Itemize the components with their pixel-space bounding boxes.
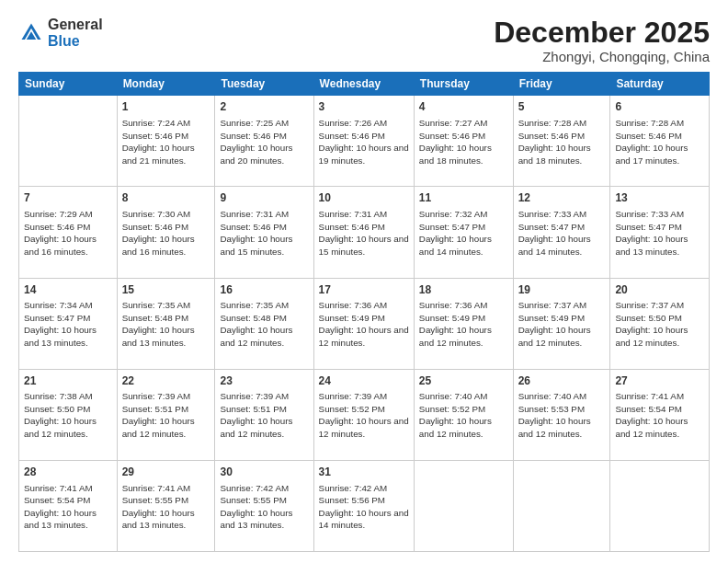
day-number: 25	[419, 373, 508, 389]
logo-icon	[18, 20, 44, 46]
table-row: 29Sunrise: 7:41 AM Sunset: 5:55 PM Dayli…	[117, 460, 215, 551]
cell-info: Sunrise: 7:31 AM Sunset: 5:46 PM Dayligh…	[220, 208, 308, 258]
cell-info: Sunrise: 7:35 AM Sunset: 5:48 PM Dayligh…	[220, 299, 308, 349]
col-saturday: Saturday	[610, 73, 710, 96]
table-row: 28Sunrise: 7:41 AM Sunset: 5:54 PM Dayli…	[19, 460, 118, 551]
cell-info: Sunrise: 7:30 AM Sunset: 5:46 PM Dayligh…	[122, 208, 210, 258]
table-row: 8Sunrise: 7:30 AM Sunset: 5:46 PM Daylig…	[117, 187, 215, 278]
day-number: 17	[319, 282, 409, 298]
table-row: 5Sunrise: 7:28 AM Sunset: 5:46 PM Daylig…	[513, 96, 610, 187]
cell-info: Sunrise: 7:33 AM Sunset: 5:47 PM Dayligh…	[518, 208, 606, 258]
cell-info: Sunrise: 7:41 AM Sunset: 5:54 PM Dayligh…	[615, 390, 704, 440]
table-row: 17Sunrise: 7:36 AM Sunset: 5:49 PM Dayli…	[313, 278, 414, 369]
day-number: 12	[518, 190, 606, 206]
header: General Blue December 2025 Zhongyi, Chon…	[18, 17, 710, 64]
calendar-week-row: 1Sunrise: 7:24 AM Sunset: 5:46 PM Daylig…	[19, 96, 710, 187]
cell-info: Sunrise: 7:25 AM Sunset: 5:46 PM Dayligh…	[220, 117, 308, 167]
day-number: 19	[518, 282, 606, 298]
cell-info: Sunrise: 7:35 AM Sunset: 5:48 PM Dayligh…	[122, 299, 210, 349]
day-number: 4	[419, 99, 508, 115]
cell-info: Sunrise: 7:38 AM Sunset: 5:50 PM Dayligh…	[24, 390, 112, 440]
table-row: 15Sunrise: 7:35 AM Sunset: 5:48 PM Dayli…	[117, 278, 215, 369]
day-number: 10	[319, 190, 409, 206]
day-number: 21	[24, 373, 112, 389]
table-row	[414, 460, 513, 551]
day-number: 28	[24, 465, 112, 480]
table-row: 30Sunrise: 7:42 AM Sunset: 5:55 PM Dayli…	[215, 460, 313, 551]
cell-info: Sunrise: 7:40 AM Sunset: 5:52 PM Dayligh…	[419, 390, 508, 440]
col-monday: Monday	[117, 73, 215, 96]
table-row: 21Sunrise: 7:38 AM Sunset: 5:50 PM Dayli…	[19, 369, 118, 460]
calendar-header-row: Sunday Monday Tuesday Wednesday Thursday…	[19, 73, 710, 96]
table-row: 19Sunrise: 7:37 AM Sunset: 5:49 PM Dayli…	[513, 278, 610, 369]
cell-info: Sunrise: 7:39 AM Sunset: 5:51 PM Dayligh…	[122, 390, 210, 440]
cell-info: Sunrise: 7:42 AM Sunset: 5:55 PM Dayligh…	[220, 482, 308, 532]
cell-info: Sunrise: 7:39 AM Sunset: 5:52 PM Dayligh…	[319, 390, 409, 440]
day-number: 14	[24, 282, 112, 298]
table-row: 26Sunrise: 7:40 AM Sunset: 5:53 PM Dayli…	[513, 369, 610, 460]
cell-info: Sunrise: 7:40 AM Sunset: 5:53 PM Dayligh…	[518, 390, 606, 440]
day-number: 16	[220, 282, 308, 298]
cell-info: Sunrise: 7:28 AM Sunset: 5:46 PM Dayligh…	[615, 117, 704, 167]
table-row: 10Sunrise: 7:31 AM Sunset: 5:46 PM Dayli…	[313, 187, 414, 278]
logo: General Blue	[18, 17, 103, 49]
cell-info: Sunrise: 7:37 AM Sunset: 5:50 PM Dayligh…	[615, 299, 704, 349]
logo-general-text: General	[48, 17, 103, 32]
calendar-week-row: 28Sunrise: 7:41 AM Sunset: 5:54 PM Dayli…	[19, 460, 710, 551]
day-number: 1	[122, 99, 210, 115]
day-number: 6	[615, 99, 704, 115]
day-number: 8	[122, 190, 210, 206]
table-row	[610, 460, 710, 551]
table-row: 22Sunrise: 7:39 AM Sunset: 5:51 PM Dayli…	[117, 369, 215, 460]
day-number: 27	[615, 373, 704, 389]
col-thursday: Thursday	[414, 73, 513, 96]
day-number: 26	[518, 373, 606, 389]
table-row: 25Sunrise: 7:40 AM Sunset: 5:52 PM Dayli…	[414, 369, 513, 460]
day-number: 13	[615, 190, 704, 206]
table-row: 2Sunrise: 7:25 AM Sunset: 5:46 PM Daylig…	[215, 96, 313, 187]
cell-info: Sunrise: 7:32 AM Sunset: 5:47 PM Dayligh…	[419, 208, 508, 258]
page: General Blue December 2025 Zhongyi, Chon…	[0, 0, 728, 563]
calendar-week-row: 7Sunrise: 7:29 AM Sunset: 5:46 PM Daylig…	[19, 187, 710, 278]
cell-info: Sunrise: 7:39 AM Sunset: 5:51 PM Dayligh…	[220, 390, 308, 440]
table-row: 1Sunrise: 7:24 AM Sunset: 5:46 PM Daylig…	[117, 96, 215, 187]
table-row: 13Sunrise: 7:33 AM Sunset: 5:47 PM Dayli…	[610, 187, 710, 278]
table-row: 6Sunrise: 7:28 AM Sunset: 5:46 PM Daylig…	[610, 96, 710, 187]
day-number: 30	[220, 465, 308, 480]
table-row: 4Sunrise: 7:27 AM Sunset: 5:46 PM Daylig…	[414, 96, 513, 187]
table-row: 14Sunrise: 7:34 AM Sunset: 5:47 PM Dayli…	[19, 278, 118, 369]
table-row: 27Sunrise: 7:41 AM Sunset: 5:54 PM Dayli…	[610, 369, 710, 460]
table-row: 3Sunrise: 7:26 AM Sunset: 5:46 PM Daylig…	[313, 96, 414, 187]
table-row: 12Sunrise: 7:33 AM Sunset: 5:47 PM Dayli…	[513, 187, 610, 278]
cell-info: Sunrise: 7:31 AM Sunset: 5:46 PM Dayligh…	[319, 208, 409, 258]
col-sunday: Sunday	[19, 73, 118, 96]
cell-info: Sunrise: 7:27 AM Sunset: 5:46 PM Dayligh…	[419, 117, 508, 167]
table-row: 18Sunrise: 7:36 AM Sunset: 5:49 PM Dayli…	[414, 278, 513, 369]
day-number: 20	[615, 282, 704, 298]
table-row	[513, 460, 610, 551]
table-row: 20Sunrise: 7:37 AM Sunset: 5:50 PM Dayli…	[610, 278, 710, 369]
day-number: 18	[419, 282, 508, 298]
cell-info: Sunrise: 7:26 AM Sunset: 5:46 PM Dayligh…	[319, 117, 409, 167]
location-subtitle: Zhongyi, Chongqing, China	[494, 49, 710, 64]
cell-info: Sunrise: 7:34 AM Sunset: 5:47 PM Dayligh…	[24, 299, 112, 349]
col-tuesday: Tuesday	[215, 73, 313, 96]
day-number: 22	[122, 373, 210, 389]
title-block: December 2025 Zhongyi, Chongqing, China	[494, 17, 710, 64]
table-row: 11Sunrise: 7:32 AM Sunset: 5:47 PM Dayli…	[414, 187, 513, 278]
table-row: 24Sunrise: 7:39 AM Sunset: 5:52 PM Dayli…	[313, 369, 414, 460]
day-number: 5	[518, 99, 606, 115]
cell-info: Sunrise: 7:36 AM Sunset: 5:49 PM Dayligh…	[419, 299, 508, 349]
logo-blue-text: Blue	[48, 33, 80, 49]
cell-info: Sunrise: 7:28 AM Sunset: 5:46 PM Dayligh…	[518, 117, 606, 167]
table-row: 9Sunrise: 7:31 AM Sunset: 5:46 PM Daylig…	[215, 187, 313, 278]
month-title: December 2025	[494, 17, 710, 49]
table-row: 16Sunrise: 7:35 AM Sunset: 5:48 PM Dayli…	[215, 278, 313, 369]
day-number: 31	[319, 465, 409, 480]
cell-info: Sunrise: 7:37 AM Sunset: 5:49 PM Dayligh…	[518, 299, 606, 349]
cell-info: Sunrise: 7:41 AM Sunset: 5:55 PM Dayligh…	[122, 482, 210, 532]
cell-info: Sunrise: 7:41 AM Sunset: 5:54 PM Dayligh…	[24, 482, 112, 532]
cell-info: Sunrise: 7:36 AM Sunset: 5:49 PM Dayligh…	[319, 299, 409, 349]
table-row: 31Sunrise: 7:42 AM Sunset: 5:56 PM Dayli…	[313, 460, 414, 551]
col-friday: Friday	[513, 73, 610, 96]
